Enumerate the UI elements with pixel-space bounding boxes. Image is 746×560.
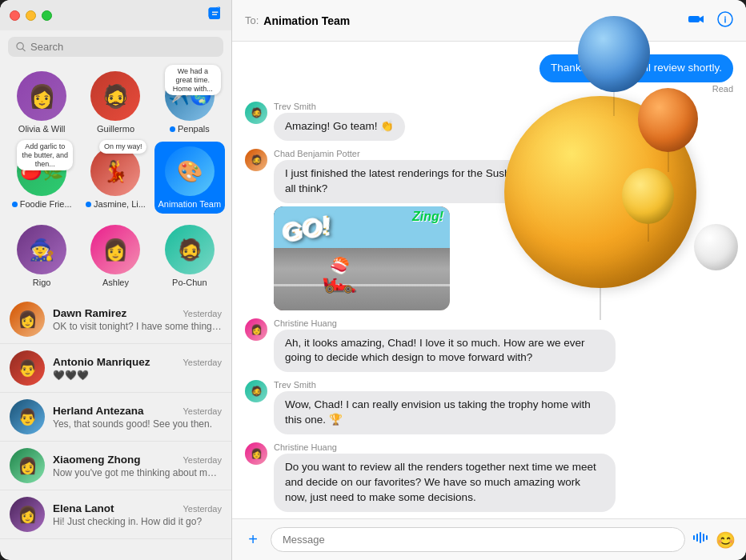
chat-header-icons	[688, 11, 733, 30]
conv-content: Dawn Ramirez Yesterday OK to visit tonig…	[53, 307, 222, 332]
avatar-container: 🍅🌿 Add garlic to the butter, and then...	[17, 146, 66, 196]
sticker-zing: Zing!	[412, 210, 443, 224]
msg-bubble: Do you want to review all the renders to…	[274, 454, 616, 512]
close-button[interactable]	[10, 10, 20, 21]
pinned-item-penpals[interactable]: ✈️🌏 We had a great time. Home with... Pe…	[154, 66, 225, 138]
sushi-car-image: 🏎️ 🍣 GO! Zing!	[274, 206, 450, 310]
svg-rect-7	[703, 534, 704, 542]
conv-header: Elena Lanot Yesterday	[53, 502, 222, 514]
pinned-contacts: 👩 Olivia & Will 🧔 Guillermo ✈️🌏	[0, 63, 231, 217]
conv-content: Antonio Manriquez Yesterday 🖤🖤🖤	[53, 356, 222, 381]
conv-time: Yesterday	[182, 309, 222, 318]
emoji-button[interactable]: 😊	[714, 529, 736, 551]
info-icon[interactable]	[717, 11, 733, 30]
conv-header: Antonio Manriquez Yesterday	[53, 356, 222, 368]
search-bar[interactable]	[8, 37, 223, 57]
pinned-item-foodie-friends[interactable]: 🍅🌿 Add garlic to the butter, and then...…	[6, 142, 77, 214]
avatar-container: 👩	[17, 71, 66, 121]
message-row-amazing: 🧔 Trev Smith Amazing! Go team! 👏	[245, 102, 733, 141]
msg-sender: Christine Huang	[274, 442, 616, 452]
msg-sender: Trev Smith	[274, 102, 405, 111]
pinned-label: Guillermo	[97, 124, 134, 134]
chat-header: To: Animation Team	[232, 0, 746, 42]
message-row-thanks: Thanks, Christine. I'll review shortly. …	[245, 54, 733, 94]
svg-rect-6	[700, 532, 701, 543]
conv-time: Yesterday	[182, 504, 222, 514]
add-attachment-button[interactable]: +	[242, 529, 264, 551]
pinned-item-pochun[interactable]: 🧔 Po-Chun	[154, 220, 225, 292]
pinned-item-olivia-will[interactable]: 👩 Olivia & Will	[6, 66, 77, 138]
app-window: 👩 Olivia & Will 🧔 Guillermo ✈️🌏	[0, 0, 746, 560]
conv-item-elena[interactable]: 👩 Elena Lanot Yesterday Hi! Just checkin…	[0, 490, 231, 539]
conv-item-herland[interactable]: 👨 Herland Antezana Yesterday Yes, that s…	[0, 393, 231, 442]
message-row-trev2: 🧔 Trev Smith Wow, Chad! I can really env…	[245, 380, 733, 434]
pinned-label: Penpals	[178, 124, 210, 134]
conv-name: Xiaomeng Zhong	[53, 454, 141, 466]
chat-recipient: Animation Team	[263, 14, 350, 27]
avatar-container: 🧔	[165, 225, 215, 274]
pinned-item-guillermo[interactable]: 🧔 Guillermo	[80, 66, 150, 138]
conv-time: Yesterday	[182, 406, 222, 416]
svg-rect-8	[706, 535, 708, 540]
audio-waveform-icon[interactable]	[692, 530, 708, 550]
conv-item-xiaomeng[interactable]: 👩 Xiaomeng Zhong Yesterday Now you've go…	[0, 442, 231, 490]
msg-bubble: Amazing! Go team! 👏	[274, 113, 405, 141]
conv-header: Dawn Ramirez Yesterday	[53, 307, 222, 319]
message-row-christine1: 👩 Christine Huang Ah, it looks amazing, …	[245, 318, 733, 373]
msg-bubble: I just finished the latest renderings fo…	[274, 160, 616, 203]
conv-time: Yesterday	[182, 358, 222, 367]
conv-header: Xiaomeng Zhong Yesterday	[53, 454, 222, 466]
msg-content: Thanks, Christine. I'll review shortly. …	[539, 54, 733, 94]
chat-main: To: Animation Team	[232, 0, 746, 560]
sidebar-header	[0, 0, 231, 30]
to-label: To:	[245, 14, 259, 26]
pinned-label: Jasmine, Li...	[94, 199, 146, 209]
chat-input-area: + 😊	[232, 518, 746, 560]
conv-preview: OK to visit tonight? I have some things …	[53, 321, 222, 332]
svg-line-2	[22, 49, 25, 51]
conv-content: Elena Lanot Yesterday Hi! Just checking …	[53, 502, 222, 527]
bubble-preview: We had a great time. Home with...	[165, 65, 221, 95]
avatar: 🧔	[245, 102, 267, 124]
pinned-item-ashley[interactable]: 👩 Ashley	[80, 220, 150, 292]
conv-preview: Yes, that sounds good! See you then.	[53, 418, 222, 430]
chat-header-left: To: Animation Team	[245, 14, 350, 27]
pinned-item-rigo[interactable]: 🧙 Rigo	[6, 220, 77, 292]
msg-bubble: Wow, Chad! I can really envision us taki…	[274, 391, 616, 434]
maximize-button[interactable]	[42, 10, 52, 21]
video-call-icon[interactable]	[688, 11, 704, 30]
pinned-item-jasmine[interactable]: 💃 On my way! Jasmine, Li...	[80, 142, 150, 214]
pinned-label: Rigo	[33, 278, 51, 287]
avatar-container: ✈️🌏 We had a great time. Home with...	[165, 71, 215, 121]
msg-content: Chad Benjamin Potter I just finished the…	[274, 149, 616, 310]
conv-item-dawn[interactable]: 👩 Dawn Ramirez Yesterday OK to visit ton…	[0, 295, 231, 344]
pinned-item-animation-team[interactable]: 🎨 Animation Team	[154, 142, 225, 214]
avatar-container: 🎨	[165, 146, 215, 196]
conv-name: Antonio Manriquez	[53, 356, 150, 368]
pinned-label: Animation Team	[158, 199, 221, 209]
avatar-container: 💃 On my way!	[90, 146, 140, 196]
message-input[interactable]	[271, 527, 685, 552]
pinned-label: Po-Chun	[172, 278, 207, 287]
conv-preview: 🖤🖤🖤	[53, 370, 222, 381]
conv-name: Dawn Ramirez	[53, 307, 126, 319]
avatar-container: 🧙	[17, 225, 66, 274]
conv-item-antonio[interactable]: 👨 Antonio Manriquez Yesterday 🖤🖤🖤	[0, 344, 231, 393]
search-icon	[16, 42, 26, 52]
compose-icon[interactable]	[207, 6, 222, 24]
msg-content: Christine Huang Do you want to review al…	[274, 442, 616, 512]
conv-preview: Now you've got me thinking about my next…	[53, 467, 222, 478]
avatar-container: 🧔	[90, 71, 140, 121]
search-input[interactable]	[30, 41, 215, 53]
msg-content: Trev Smith Amazing! Go team! 👏	[274, 102, 405, 141]
bubble-preview: On my way!	[99, 140, 147, 154]
bubble-preview: Add garlic to the butter, and then...	[17, 140, 73, 170]
msg-sender: Christine Huang	[274, 318, 616, 328]
chat-messages: Thanks, Christine. I'll review shortly. …	[232, 42, 746, 518]
avatar-container: 👩	[90, 225, 140, 274]
msg-sender: Trev Smith	[274, 380, 616, 390]
msg-sender: Chad Benjamin Potter	[274, 149, 616, 158]
minimize-button[interactable]	[26, 10, 36, 21]
message-row-chad: 🧔 Chad Benjamin Potter I just finished t…	[245, 149, 733, 310]
avatar: 🧔	[245, 149, 267, 171]
